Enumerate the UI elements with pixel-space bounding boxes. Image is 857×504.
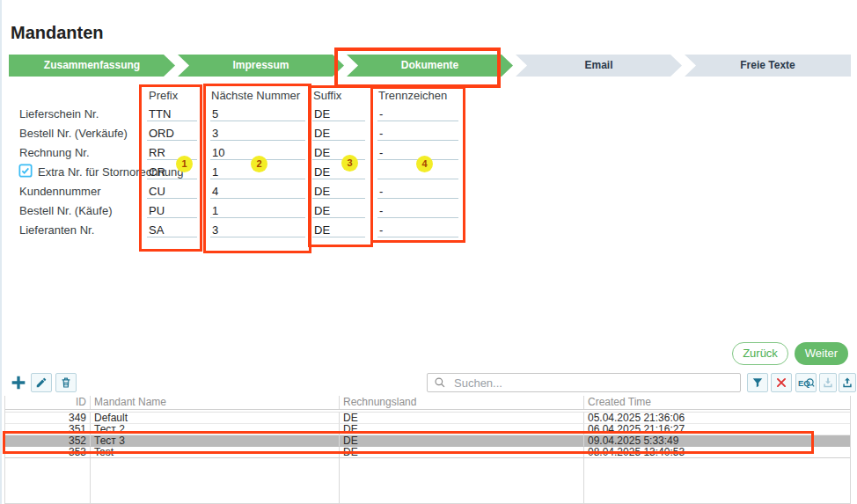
suffix-input[interactable]: DE	[312, 221, 365, 237]
import-button[interactable]	[819, 373, 837, 392]
advanced-search-button[interactable]: EQ	[795, 373, 817, 392]
search-icon	[434, 376, 446, 389]
cell-land: DE	[340, 435, 584, 447]
suffix-input[interactable]: DE	[312, 143, 365, 160]
step-label: Impressum	[232, 59, 289, 71]
upload-icon	[841, 376, 853, 389]
form-row: Lieferschein Nr. TTN 5 DE -	[2, 105, 494, 122]
clear-filter-button[interactable]	[771, 373, 792, 392]
search-box	[427, 373, 741, 392]
suffix-input[interactable]: DE	[312, 201, 365, 218]
separator-input[interactable]: -	[377, 124, 458, 141]
table-empty-area	[5, 458, 850, 503]
suffix-input[interactable]: DE	[312, 124, 365, 141]
next-number-input[interactable]: 5	[210, 105, 305, 121]
form-row: Lieferanten Nr. SA 3 DE -	[2, 221, 494, 238]
cell-id: 353	[5, 447, 91, 458]
next-number-input[interactable]: 3	[210, 124, 305, 141]
step-label: Dokumente	[401, 59, 458, 71]
row-label: Lieferanten Nr.	[19, 223, 94, 237]
delete-button[interactable]	[55, 373, 77, 392]
next-number-input[interactable]: 4	[210, 182, 305, 199]
cell-name: Тест 3	[91, 435, 340, 447]
cell-created: 08.04.2025 13:40:53	[584, 447, 850, 458]
mandanten-table: ID Mandant Name Rechnungsland Created Ti…	[4, 396, 851, 504]
annotation-badge-1: 1	[176, 156, 193, 172]
form-row: Kundennummer CU 4 DE -	[2, 182, 494, 200]
column-header-rechnungsland[interactable]: Rechnungsland	[340, 396, 584, 409]
cell-name: Default	[91, 413, 340, 424]
wizard-steps: Zusammenfassung Impressum Dokumente Emai…	[9, 55, 851, 77]
prefix-input[interactable]: PU	[147, 201, 197, 218]
edit-button[interactable]	[31, 373, 52, 392]
cell-land: DE	[340, 447, 584, 458]
filter-button[interactable]	[747, 373, 768, 392]
pencil-icon	[35, 376, 48, 389]
next-number-input[interactable]: 1	[210, 201, 305, 218]
form-row: Bestell Nr. (Verkäufe) ORD 3 DE -	[2, 124, 494, 142]
prefix-input[interactable]: CU	[147, 182, 197, 199]
form-column-header-suffix: Suffix	[313, 89, 341, 102]
cell-created: 09.04.2025 5:33:49	[584, 435, 850, 447]
form-row: Bestell Nr. (Käufe) PU 1 DE -	[2, 201, 494, 219]
wizard-step-freie-texte[interactable]: Freie Texte	[685, 55, 851, 77]
separator-input[interactable]: -	[377, 182, 458, 199]
cell-land: DE	[340, 424, 584, 435]
prefix-input[interactable]: TTN	[147, 105, 197, 121]
cell-land: DE	[340, 413, 584, 424]
prefix-input[interactable]: ORD	[147, 124, 197, 141]
next-button[interactable]: Weiter	[795, 342, 848, 365]
trash-icon	[60, 376, 72, 389]
next-number-input[interactable]: 3	[210, 221, 305, 237]
row-label: Bestell Nr. (Käufe)	[19, 204, 113, 217]
column-header-mandant-name[interactable]: Mandant Name	[91, 396, 340, 409]
separator-input[interactable]: -	[377, 221, 458, 237]
cell-id: 349	[5, 413, 91, 424]
cell-id: 351	[5, 424, 91, 435]
cell-id: 352	[5, 435, 91, 447]
annotation-badge-4: 4	[416, 156, 433, 172]
row-label: Rechnung Nr.	[19, 146, 90, 159]
filter-icon	[751, 376, 764, 389]
wizard-step-dokumente[interactable]: Dokumente	[347, 55, 513, 77]
suffix-input[interactable]: DE	[312, 182, 365, 199]
clear-x-icon	[775, 376, 787, 389]
cell-created: 06.04.2025 21:16:27	[584, 424, 850, 435]
separator-input[interactable]: -	[377, 201, 458, 218]
add-button[interactable]	[9, 373, 28, 392]
step-label: Email	[584, 59, 612, 71]
cell-name: Тест 2	[91, 424, 340, 435]
table-row[interactable]: 349 Default DE 05.04.2025 21:36:06	[5, 413, 850, 424]
page-title: Mandanten	[11, 23, 104, 43]
table-row-selected[interactable]: 352 Тест 3 DE 09.04.2025 5:33:49	[5, 435, 850, 447]
wizard-step-zusammenfassung[interactable]: Zusammenfassung	[9, 55, 175, 77]
storno-checkbox[interactable]	[18, 164, 33, 178]
step-label: Zusammenfassung	[44, 59, 140, 71]
wizard-step-email[interactable]: Email	[516, 55, 682, 77]
column-header-id[interactable]: ID	[5, 396, 91, 409]
table-row[interactable]: 353 Test DE 08.04.2025 13:40:53	[5, 447, 850, 458]
form-column-header-naechste-nummer: Nächste Nummer	[211, 89, 300, 102]
table-body: 349 Default DE 05.04.2025 21:36:06 351 Т…	[5, 412, 850, 503]
cell-name: Test	[91, 447, 340, 458]
prefix-input[interactable]: SA	[147, 221, 197, 237]
column-header-created-time[interactable]: Created Time	[584, 396, 850, 409]
annotation-badge-3: 3	[341, 155, 358, 172]
table-row[interactable]: 351 Тест 2 DE 06.04.2025 21:16:27	[5, 424, 850, 435]
mandanten-page: Mandanten Zusammenfassung Impressum Doku…	[0, 0, 857, 504]
table-header: ID Mandant Name Rechnungsland Created Ti…	[5, 396, 850, 410]
download-icon	[822, 376, 834, 389]
annotation-badge-2: 2	[251, 156, 267, 172]
back-button[interactable]: Zurück	[732, 342, 788, 365]
row-label: Bestell Nr. (Verkäufe)	[19, 127, 128, 140]
suffix-input[interactable]: DE	[312, 105, 365, 121]
cell-created: 05.04.2025 21:36:06	[584, 413, 850, 424]
search-input[interactable]	[452, 376, 720, 391]
eq-search-icon: EQ	[798, 376, 815, 390]
step-label: Freie Texte	[740, 59, 795, 71]
separator-input[interactable]: -	[377, 105, 458, 121]
form-column-header-trennzeichen: Trennzeichen	[378, 89, 447, 102]
row-label: Lieferschein Nr.	[19, 107, 99, 121]
wizard-step-impressum[interactable]: Impressum	[178, 55, 344, 77]
export-button[interactable]	[839, 373, 856, 392]
